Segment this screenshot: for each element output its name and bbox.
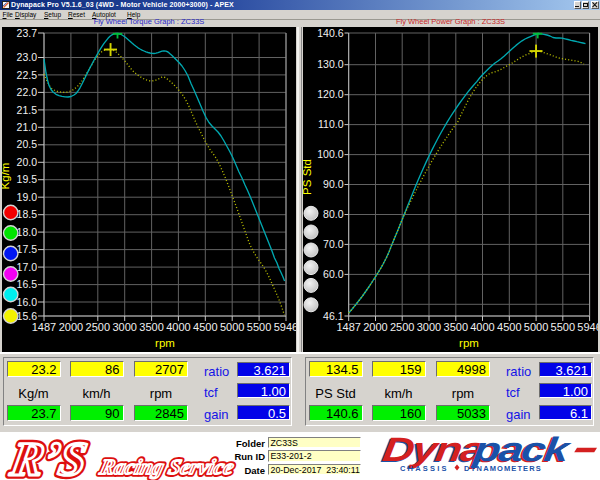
svg-text:23.7: 23.7 — [17, 27, 38, 39]
svg-text:3500: 3500 — [139, 321, 163, 333]
svg-text:60.0: 60.0 — [323, 268, 344, 280]
svg-text:22.5: 22.5 — [17, 69, 38, 81]
svg-text:15.6: 15.6 — [17, 310, 38, 322]
svg-text:3500: 3500 — [444, 321, 468, 333]
svg-text:17.5: 17.5 — [17, 243, 38, 255]
svg-text:21.0: 21.0 — [17, 121, 38, 133]
svg-text:DYNAMOMETERS: DYNAMOMETERS — [464, 464, 542, 473]
svg-text:80.0: 80.0 — [323, 208, 344, 220]
svg-text:rpm: rpm — [155, 337, 175, 349]
svg-text:Kg/m: Kg/m — [2, 163, 11, 190]
svg-text:1487: 1487 — [336, 321, 360, 333]
svg-text:46.1: 46.1 — [323, 310, 344, 322]
svg-text:CHASSIS: CHASSIS — [400, 464, 449, 473]
svg-text:19.5: 19.5 — [17, 173, 38, 185]
svg-text:16.5: 16.5 — [17, 278, 38, 290]
svg-text:120.0: 120.0 — [317, 88, 343, 100]
svg-text:18.0: 18.0 — [17, 226, 38, 238]
svg-text:19.0: 19.0 — [17, 191, 38, 203]
svg-text:5500: 5500 — [247, 321, 271, 333]
svg-text:5000: 5000 — [524, 321, 548, 333]
svg-text:2500: 2500 — [390, 321, 414, 333]
svg-text:Dyna: Dyna — [380, 431, 486, 468]
svg-text:1487: 1487 — [32, 321, 56, 333]
svg-text:2500: 2500 — [86, 321, 110, 333]
svg-text:5946: 5946 — [577, 321, 598, 333]
svg-text:100.0: 100.0 — [317, 148, 343, 160]
svg-text:23.0: 23.0 — [17, 51, 38, 63]
svg-text:21.5: 21.5 — [17, 104, 38, 116]
svg-text:70.0: 70.0 — [323, 238, 344, 250]
svg-text:2000: 2000 — [363, 321, 387, 333]
svg-text:20.0: 20.0 — [17, 156, 38, 168]
svg-text:18.5: 18.5 — [17, 208, 38, 220]
svg-text:130.0: 130.0 — [317, 58, 343, 70]
svg-text:22.0: 22.0 — [17, 86, 38, 98]
svg-text:3000: 3000 — [417, 321, 441, 333]
svg-text:4500: 4500 — [193, 321, 217, 333]
svg-text:20.5: 20.5 — [17, 138, 38, 150]
svg-text:110.0: 110.0 — [318, 118, 344, 130]
svg-text:R’S: R’S — [6, 432, 91, 480]
svg-text:4000: 4000 — [166, 321, 190, 333]
svg-text:3000: 3000 — [112, 321, 136, 333]
svg-text:90.0: 90.0 — [323, 178, 344, 190]
svg-text:17.0: 17.0 — [17, 261, 38, 273]
svg-text:5000: 5000 — [220, 321, 244, 333]
svg-text:4000: 4000 — [470, 321, 494, 333]
svg-text:5500: 5500 — [551, 321, 575, 333]
svg-text:PS Std: PS Std — [303, 159, 313, 195]
svg-text:pack: pack — [470, 431, 573, 468]
svg-text:4500: 4500 — [497, 321, 521, 333]
svg-text:140.6: 140.6 — [317, 27, 343, 39]
svg-text:16.0: 16.0 — [17, 296, 38, 308]
svg-text:5946: 5946 — [274, 321, 296, 333]
svg-text:rpm: rpm — [459, 337, 479, 349]
svg-text:2000: 2000 — [59, 321, 83, 333]
